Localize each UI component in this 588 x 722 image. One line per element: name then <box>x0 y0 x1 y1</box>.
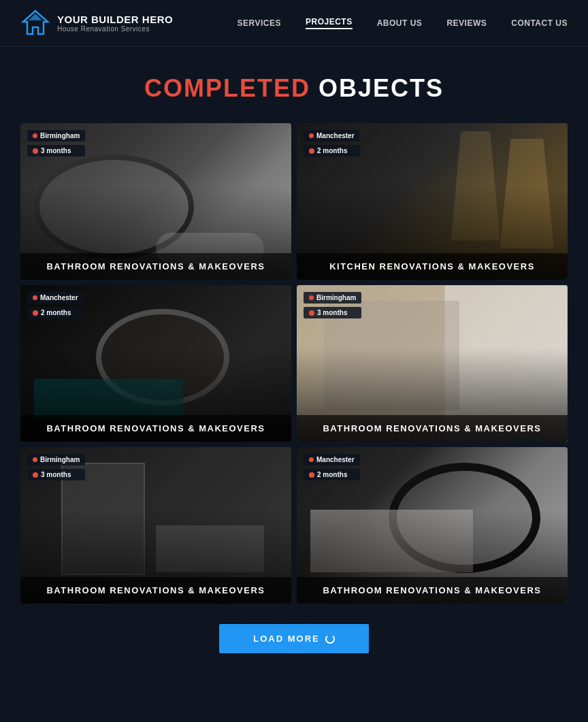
card-badges-6: Manchester 2 months <box>304 454 360 480</box>
project-card-2[interactable]: Manchester 2 months KITCHEN RENOVATIONS … <box>297 123 568 280</box>
time-badge-6: 2 months <box>304 469 360 480</box>
project-card-1[interactable]: Birmingham 3 months BATHROOM RENOVATIONS… <box>20 123 291 280</box>
location-dot-4 <box>309 295 314 300</box>
time-dot-3 <box>33 310 38 316</box>
logo[interactable]: YOUR BUILDER HERO House Renavation Servi… <box>20 8 173 38</box>
load-more-button[interactable]: LOAD MORE <box>219 624 368 653</box>
card-badges-4: Birmingham 3 months <box>304 292 361 318</box>
time-badge-1: 3 months <box>27 145 85 157</box>
location-badge-6: Manchester <box>304 454 360 465</box>
time-dot-6 <box>309 472 314 478</box>
card-label-3: BATHROOM RENOVATIONS & MAKEOVERS <box>20 415 291 442</box>
card-label-4: BATHROOM RENOVATIONS & MAKEOVERS <box>297 415 568 442</box>
time-badge-3: 2 months <box>27 307 84 318</box>
card-badges-3: Manchester 2 months <box>27 292 84 318</box>
load-more-section: LOAD MORE <box>0 604 588 680</box>
project-card-3[interactable]: Manchester 2 months BATHROOM RENOVATIONS… <box>20 285 291 442</box>
project-card-5[interactable]: Birmingham 3 months BATHROOM RENOVATIONS… <box>20 447 291 604</box>
project-card-4[interactable]: Birmingham 3 months BATHROOM RENOVATIONS… <box>297 285 568 442</box>
logo-title: YOUR BUILDER HERO <box>57 14 173 25</box>
logo-icon <box>20 8 50 38</box>
projects-grid: Birmingham 3 months BATHROOM RENOVATIONS… <box>0 123 588 604</box>
location-badge-4: Birmingham <box>304 292 361 303</box>
nav-reviews[interactable]: REVIEWS <box>446 18 487 28</box>
time-dot-4 <box>309 310 314 316</box>
location-dot-5 <box>33 457 37 462</box>
nav-projects[interactable]: PROJECTS <box>306 17 353 29</box>
location-dot-1 <box>33 133 37 138</box>
time-dot-2 <box>309 148 314 154</box>
card-badges-2: Manchester 2 months <box>304 130 360 157</box>
time-badge-4: 3 months <box>304 307 361 318</box>
time-badge-5: 3 months <box>27 469 85 480</box>
page-title-section: COMPLETED OBJECTS <box>0 47 588 123</box>
location-badge-3: Manchester <box>27 292 84 303</box>
card-badges-5: Birmingham 3 months <box>27 454 85 480</box>
nav-about[interactable]: ABOUT US <box>377 18 423 28</box>
card-label-6: BATHROOM RENOVATIONS & MAKEOVERS <box>297 577 568 604</box>
logo-subtitle: House Renavation Services <box>57 25 173 33</box>
nav-contact[interactable]: CONTACT US <box>511 18 568 28</box>
refresh-icon <box>325 634 335 644</box>
location-dot-3 <box>33 295 37 300</box>
card-label-1: BATHROOM RENOVATIONS & MAKEOVERS <box>20 253 291 280</box>
card-label-5: BATHROOM RENOVATIONS & MAKEOVERS <box>20 577 291 604</box>
time-badge-2: 2 months <box>304 145 360 157</box>
time-dot-5 <box>33 472 38 478</box>
nav-services[interactable]: SERVICES <box>238 18 281 28</box>
time-dot-1 <box>33 148 38 154</box>
main-nav: SERVICES PROJECTS ABOUT US REVIEWS CONTA… <box>238 17 568 29</box>
location-dot-2 <box>309 133 314 138</box>
location-badge-1: Birmingham <box>27 130 85 142</box>
location-badge-5: Birmingham <box>27 454 85 465</box>
page-title-highlight: COMPLETED <box>144 74 310 102</box>
project-card-6[interactable]: Manchester 2 months BATHROOM RENOVATIONS… <box>297 447 568 604</box>
site-header: YOUR BUILDER HERO House Renavation Servi… <box>0 0 588 47</box>
load-more-label: LOAD MORE <box>253 634 319 644</box>
page-title: COMPLETED OBJECTS <box>14 74 574 103</box>
location-dot-6 <box>309 457 314 462</box>
card-label-2: KITCHEN RENOVATIONS & MAKEOVERS <box>297 253 568 280</box>
page-title-normal: OBJECTS <box>310 74 444 102</box>
card-badges-1: Birmingham 3 months <box>27 130 85 157</box>
location-badge-2: Manchester <box>304 130 360 142</box>
